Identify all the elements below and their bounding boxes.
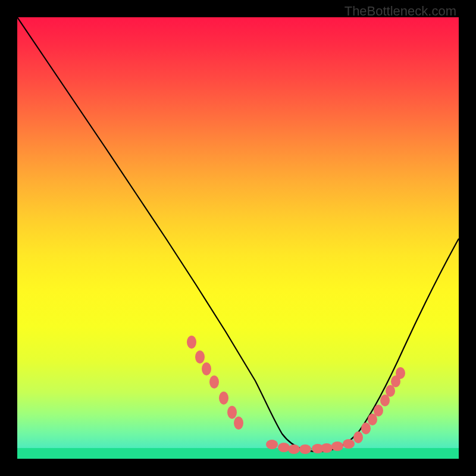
svg-point-12 <box>321 443 333 453</box>
svg-point-9 <box>288 444 300 454</box>
highlight-dots <box>187 336 405 454</box>
svg-point-22 <box>396 367 405 379</box>
svg-point-18 <box>374 405 383 416</box>
svg-point-5 <box>227 406 237 419</box>
curve-layer <box>17 17 459 459</box>
chart-container: TheBottleneck.com <box>0 0 476 476</box>
svg-point-10 <box>299 444 311 454</box>
svg-point-1 <box>195 350 205 364</box>
svg-point-13 <box>331 441 343 451</box>
svg-point-16 <box>361 422 371 434</box>
svg-point-0 <box>187 336 196 349</box>
svg-point-6 <box>234 416 243 430</box>
svg-point-7 <box>266 440 278 449</box>
svg-point-14 <box>343 439 355 449</box>
svg-point-4 <box>219 392 228 405</box>
svg-point-8 <box>278 443 290 452</box>
svg-point-2 <box>202 362 211 375</box>
svg-point-15 <box>353 431 363 443</box>
plot-area <box>17 17 459 459</box>
svg-point-3 <box>209 375 219 389</box>
